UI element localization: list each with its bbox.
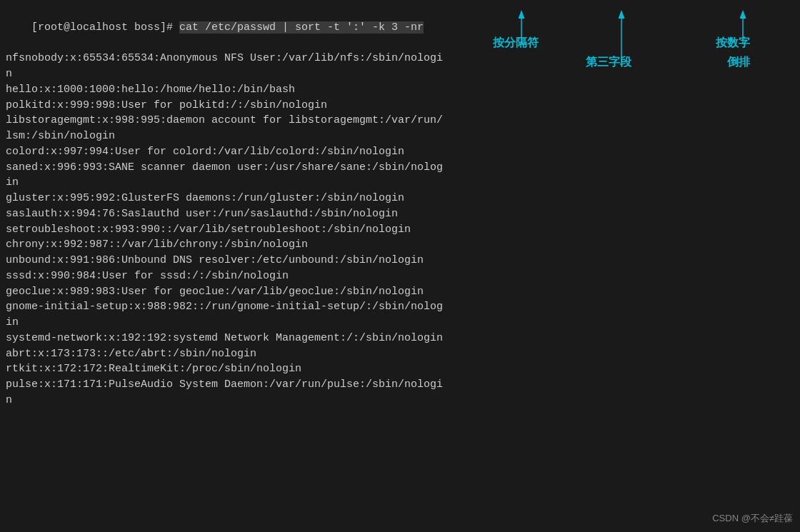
- output-line: sssd:x:990:984:User for sssd:/:/sbin/nol…: [6, 268, 794, 284]
- output-line: hello:x:1000:1000:hello:/home/hello:/bin…: [6, 82, 794, 98]
- output-line: setroubleshoot:x:993:990::/var/lib/setro…: [6, 222, 794, 238]
- output-line: unbound:x:991:986:Unbound DNS resolver:/…: [6, 253, 794, 268]
- output-line: abrt:x:173:173::/etc/abrt:/sbin/nologin: [6, 346, 794, 362]
- output-line: gnome-initial-setup:x:988:982::/run/gnom…: [6, 299, 794, 315]
- output-line: geoclue:x:989:983:User for geoclue:/var/…: [6, 284, 794, 300]
- output-line: pulse:x:171:171:PulseAudio System Daemon…: [6, 377, 794, 393]
- command-line: [root@localhost boss]# cat /etc/passwd |…: [6, 4, 794, 51]
- output-line: in: [6, 315, 794, 331]
- output-line: nfsnobody:x:65534:65534:Anonymous NFS Us…: [6, 51, 794, 66]
- output-line: n: [6, 393, 794, 408]
- prompt: [root@localhost boss]#: [31, 21, 179, 34]
- output-line: in: [6, 175, 794, 191]
- output-line: lsm:/sbin/nologin: [6, 129, 794, 144]
- output-line: chrony:x:992:987::/var/lib/chrony:/sbin/…: [6, 237, 794, 253]
- terminal-window: [root@localhost boss]# cat /etc/passwd |…: [0, 0, 800, 532]
- output-line: systemd-network:x:192:192:systemd Networ…: [6, 331, 794, 346]
- output-line: gluster:x:995:992:GlusterFS daemons:/run…: [6, 191, 794, 206]
- output-line: polkitd:x:999:998:User for polkitd:/:/sb…: [6, 98, 794, 114]
- output-line: n: [6, 66, 794, 82]
- output-line: colord:x:997:994:User for colord:/var/li…: [6, 144, 794, 160]
- output-line: saslauth:x:994:76:Saslauthd user:/run/sa…: [6, 206, 794, 222]
- output-line: saned:x:996:993:SANE scanner daemon user…: [6, 160, 794, 176]
- output-line: rtkit:x:172:172:RealtimeKit:/proc/sbin/n…: [6, 361, 794, 377]
- terminal-output: nfsnobody:x:65534:65534:Anonymous NFS Us…: [6, 51, 794, 408]
- output-line: libstoragemgmt:x:998:995:daemon account …: [6, 113, 794, 129]
- command-text: cat /etc/passwd | sort -t ':' -k 3 -nr: [179, 21, 424, 34]
- watermark: CSDN @不会≠跬葆: [712, 512, 793, 525]
